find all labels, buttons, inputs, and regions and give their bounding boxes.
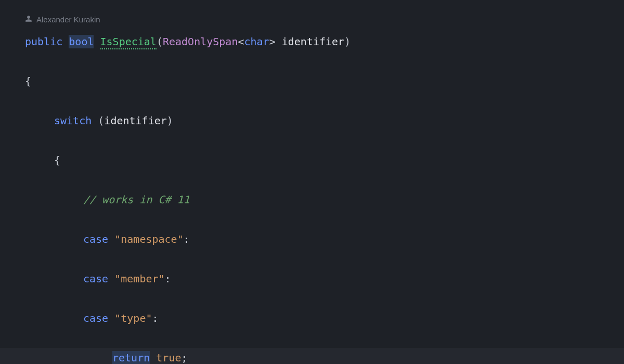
keyword-case: case [83, 272, 108, 285]
user-icon [25, 12, 32, 28]
keyword-case: case [83, 312, 108, 324]
code-line: case "type": [25, 308, 624, 328]
identifier-ref: identifier [104, 114, 166, 127]
author-annotation: Alexander Kurakin [25, 12, 624, 28]
code-line: { [25, 71, 624, 91]
keyword-case: case [83, 233, 108, 245]
code-line: public bool IsSpecial(ReadOnlySpan<char>… [25, 32, 624, 51]
keyword-return: return [112, 351, 150, 365]
keyword-bool: bool [69, 35, 94, 48]
method-name: IsSpecial [100, 35, 157, 49]
string-literal: "type" [114, 312, 152, 324]
string-literal: "namespace" [114, 233, 183, 245]
code-line-highlighted: return true; [0, 348, 624, 365]
code-line: case "member": [25, 269, 624, 289]
keyword-switch: switch [54, 114, 92, 127]
angle-open: < [238, 35, 244, 48]
code-line: { [25, 150, 624, 170]
angle-close: > [269, 35, 276, 48]
code-line: switch (identifier) [25, 111, 624, 131]
type-readonlyspan: ReadOnlySpan [163, 35, 238, 48]
paren-close: ) [344, 35, 350, 48]
paren-open: ( [157, 35, 163, 48]
code-block: public bool IsSpecial(ReadOnlySpan<char>… [25, 32, 624, 365]
string-literal: "member" [114, 272, 164, 285]
brace-open: { [25, 75, 31, 87]
keyword-public: public [25, 35, 62, 48]
code-line: case "namespace": [25, 229, 624, 249]
code-line: // works in C# 11 [25, 190, 624, 210]
literal-true: true [156, 352, 181, 364]
author-name: Alexander Kurakin [36, 12, 100, 28]
param-identifier: identifier [282, 35, 344, 48]
comment: // works in C# 11 [83, 193, 190, 206]
type-char: char [244, 35, 269, 48]
